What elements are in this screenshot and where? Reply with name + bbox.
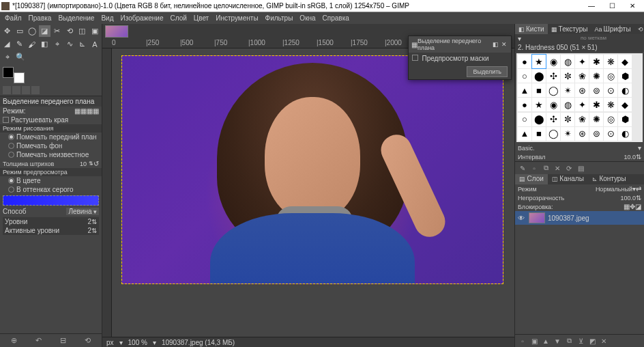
brush-item[interactable]: ✣ — [546, 113, 560, 126]
brush-item[interactable]: ✴ — [561, 127, 574, 141]
bg-color[interactable] — [14, 72, 25, 83]
menu-edit[interactable]: Правка — [25, 14, 55, 22]
color-picker-tool[interactable]: ⌖ — [1, 51, 13, 63]
preview-gray-radio[interactable] — [8, 186, 14, 193]
brush-item[interactable]: ❀ — [575, 69, 589, 83]
pencil-tool[interactable]: ✎ — [14, 38, 25, 50]
brushes-tab[interactable]: ◧ Кисти — [515, 24, 548, 34]
ruler-vertical[interactable] — [102, 48, 112, 337]
unit-select[interactable]: px — [106, 339, 114, 346]
brush-item[interactable]: ❀ — [575, 113, 589, 126]
brush-item[interactable]: ✼ — [561, 69, 574, 83]
document-tab[interactable] — [105, 25, 128, 38]
brush-item[interactable]: ◉ — [546, 55, 560, 68]
brush-item[interactable]: ◎ — [604, 113, 617, 126]
brush-item[interactable]: ⊚ — [589, 83, 603, 97]
brush-item[interactable]: ⊛ — [575, 127, 589, 141]
brush-item[interactable]: ✺ — [589, 113, 603, 126]
crop-tool[interactable]: ✂ — [52, 25, 63, 37]
brush-item[interactable]: ⬢ — [618, 69, 632, 83]
clone-tool[interactable]: ⌖ — [52, 38, 63, 50]
lock-position-icon[interactable]: ✥ — [630, 203, 635, 210]
brush-item[interactable]: ❋ — [604, 98, 617, 111]
transform-tool[interactable]: ⟲ — [64, 25, 75, 37]
minimize-button[interactable]: — — [581, 1, 602, 12]
brush-item[interactable]: ◍ — [561, 98, 574, 111]
menu-view[interactable]: Вид — [98, 14, 117, 22]
menu-tools[interactable]: Инструменты — [212, 14, 261, 22]
new-group-icon[interactable]: ▣ — [529, 336, 539, 346]
brush-item[interactable]: ◐ — [618, 83, 632, 97]
brush-item[interactable]: ✱ — [589, 98, 603, 111]
brush-tool[interactable]: 🖌 — [27, 38, 38, 50]
brush-item[interactable]: ▲ — [518, 83, 531, 97]
smudge-tool[interactable]: ∿ — [64, 38, 75, 50]
channels-tab[interactable]: ◫ Каналы — [548, 174, 588, 184]
warp-tool[interactable]: ◫ — [76, 25, 87, 37]
layers-tab[interactable]: ▤ Слои — [515, 174, 548, 184]
brush-item[interactable]: ■ — [532, 127, 546, 141]
del-brush-icon[interactable]: ✕ — [553, 163, 562, 173]
layer-row[interactable]: 👁 1090387.jpeg — [515, 211, 644, 225]
draw-bg-radio[interactable] — [8, 143, 14, 149]
canvas[interactable] — [121, 55, 503, 284]
spacing-value[interactable]: 10.0 — [624, 154, 636, 161]
brush-item[interactable]: ◉ — [546, 98, 560, 111]
lower-layer-icon[interactable]: ▼ — [553, 336, 562, 346]
new-layer-icon[interactable]: ▫ — [518, 336, 527, 346]
brush-item[interactable]: ⬤ — [532, 113, 546, 126]
menu-filters[interactable]: Фильтры — [262, 14, 297, 22]
zoom-tool[interactable]: 🔍 — [14, 51, 26, 63]
free-select-tool[interactable]: ◯ — [27, 25, 38, 37]
fonts-tab[interactable]: Aa Шрифты — [591, 24, 634, 34]
brush-item[interactable]: ⊚ — [589, 127, 603, 141]
menu-file[interactable]: Файл — [1, 14, 25, 22]
mode-subtract-icon[interactable]: ▦ — [87, 107, 93, 115]
zoom-select[interactable]: 100 % — [128, 339, 147, 346]
brush-item[interactable]: ◆ — [618, 98, 632, 111]
device-status-tab[interactable] — [12, 86, 20, 94]
brush-item[interactable]: ◯ — [546, 83, 560, 97]
move-tool[interactable]: ✥ — [1, 25, 12, 37]
path-tool[interactable]: ⊾ — [76, 38, 87, 50]
visibility-icon[interactable]: 👁 — [518, 214, 526, 222]
brush-item[interactable]: ■ — [532, 83, 546, 97]
lock-alpha-icon[interactable]: ◪ — [635, 203, 641, 210]
brush-item[interactable]: ✼ — [561, 113, 574, 126]
merge-layer-icon[interactable]: ⊻ — [576, 336, 585, 346]
mask-layer-icon[interactable]: ◩ — [587, 336, 597, 346]
active-levels-stepper[interactable]: ⇅ — [91, 227, 97, 234]
delete-preset-icon[interactable]: ⊟ — [60, 336, 66, 345]
stroke-width-stepper[interactable]: ⇅ — [89, 161, 93, 167]
menu-image[interactable]: Изображение — [117, 14, 166, 22]
feather-checkbox[interactable] — [3, 117, 9, 123]
brush-preset-select[interactable]: Basic. — [518, 145, 638, 152]
draw-fg-radio[interactable] — [8, 134, 14, 140]
preview-color-strip[interactable] — [3, 195, 99, 206]
history-tab[interactable]: ⟲ История — [634, 24, 644, 34]
bucket-tool[interactable]: ▣ — [89, 25, 100, 37]
foreground-select-tool[interactable]: ◪ — [39, 25, 50, 37]
draw-unknown-radio[interactable] — [8, 152, 14, 158]
brush-item[interactable]: ⊛ — [575, 83, 589, 97]
brush-grid[interactable]: ●★◉◍✦✱❋◆○⬤✣✼❀✺◎⬢▲■◯✴⊛⊚⊙◐●★◉◍✦✱❋◆○⬤✣✼❀✺◎⬢… — [516, 53, 643, 142]
brush-item[interactable]: ⬢ — [618, 113, 632, 126]
brush-item[interactable]: ⬤ — [532, 69, 546, 83]
engine-select[interactable]: Левина ▾ — [66, 208, 99, 215]
fg-color[interactable] — [3, 67, 14, 78]
color-swatch[interactable] — [3, 67, 25, 83]
brush-item[interactable]: ◐ — [618, 127, 632, 141]
blend-mode-switch-icon[interactable]: ⇄ — [636, 185, 641, 193]
brush-item[interactable]: ○ — [518, 69, 531, 83]
blend-mode-select[interactable]: Нормальный — [596, 186, 632, 193]
menu-layer[interactable]: Слой — [166, 14, 190, 22]
brush-item[interactable]: ✴ — [561, 83, 574, 97]
menu-windows[interactable]: Окна — [296, 14, 319, 22]
patterns-tab[interactable]: ▦ Текстуры — [548, 24, 591, 34]
stroke-width-reset-icon[interactable]: ↺ — [93, 160, 99, 167]
mode-replace-icon[interactable]: ▦ — [74, 107, 80, 115]
brush-item[interactable]: ★ — [532, 98, 546, 111]
opacity-stepper[interactable]: ⇅ — [636, 194, 641, 202]
edit-brush-icon[interactable]: ✎ — [518, 163, 527, 173]
dup-layer-icon[interactable]: ⧉ — [564, 336, 574, 346]
